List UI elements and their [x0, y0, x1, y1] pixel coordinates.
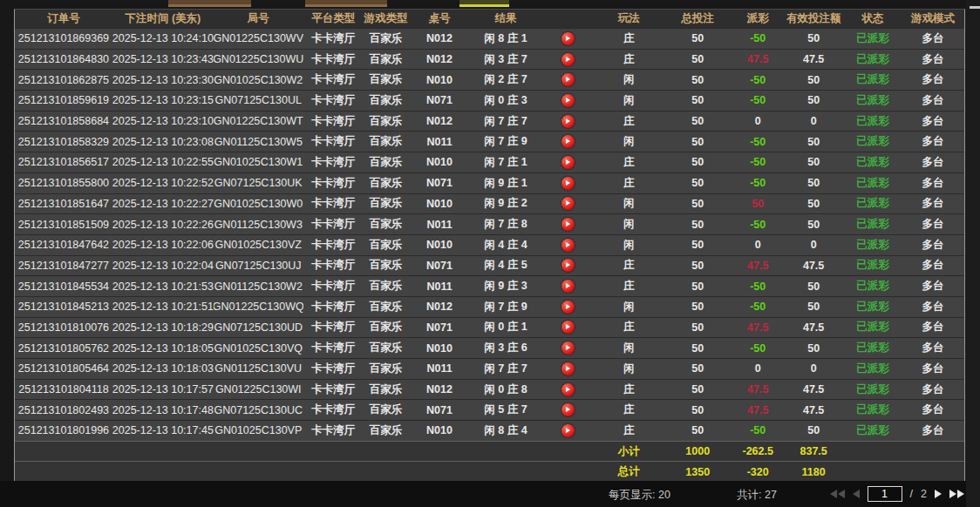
play-video-icon[interactable]	[561, 362, 575, 375]
cell-round-id: GN01225C130WI	[214, 380, 303, 400]
cell-replay	[541, 214, 595, 234]
cell-round-id: GN01225C130WU	[214, 50, 303, 70]
cell-game-mode: 多台	[902, 318, 964, 338]
col-header-game-mode: 游戏模式	[902, 10, 964, 28]
first-page-button[interactable]	[830, 490, 845, 498]
play-video-icon[interactable]	[561, 94, 575, 107]
cell-replay	[541, 318, 595, 338]
cell-status: 已派彩	[844, 70, 902, 90]
cell-game-mode: 多台	[902, 276, 964, 296]
cell-bet-time: 2025-12-13 10:22:26	[112, 214, 214, 234]
cell-play-type: 闲	[595, 235, 663, 255]
cell-game-type: 百家乐	[364, 70, 409, 90]
cell-payout: -50	[732, 421, 783, 441]
cell-game-mode: 多台	[902, 256, 964, 276]
play-video-icon[interactable]	[561, 115, 575, 128]
cell-valid-bet: 47.5	[783, 50, 844, 70]
cell-play-type: 庄	[595, 276, 663, 296]
last-page-button[interactable]	[949, 490, 964, 498]
cell-play-type: 庄	[595, 29, 663, 49]
cell-order-id: 251213101847277	[15, 256, 112, 276]
cell-payout: -50	[732, 173, 783, 193]
cell-result: 闲 4 庄 5	[471, 256, 541, 276]
cell-payout: 47.5	[732, 318, 783, 338]
subtotal-row: 小计 1000 -262.5 837.5	[15, 441, 964, 462]
col-header-order-id: 订单号	[15, 10, 112, 28]
play-video-icon[interactable]	[561, 301, 575, 314]
cell-replay	[541, 50, 595, 70]
play-video-icon[interactable]	[561, 424, 575, 437]
play-video-icon[interactable]	[561, 239, 575, 252]
cell-bet-time: 2025-12-13 10:18:29	[112, 318, 214, 338]
table-row: 251213101805762 2025-12-13 10:18:05 GN01…	[15, 337, 964, 358]
cell-payout: 0	[732, 112, 783, 132]
play-video-icon[interactable]	[561, 197, 575, 210]
next-page-button[interactable]	[935, 490, 942, 498]
cell-play-type: 闲	[595, 91, 663, 111]
cell-play-type: 闲	[595, 70, 663, 90]
cell-replay	[541, 152, 595, 172]
cell-order-id: 251213101804118	[15, 380, 112, 400]
cell-status: 已派彩	[844, 112, 902, 132]
cell-result: 闲 7 庄 9	[471, 297, 541, 317]
cell-bet-time: 2025-12-13 10:22:06	[112, 235, 214, 255]
play-video-icon[interactable]	[561, 403, 575, 416]
cutoff-button-2[interactable]	[305, 0, 387, 7]
play-video-icon[interactable]	[561, 383, 575, 396]
table-row: 251213101856517 2025-12-13 10:22:55 GN01…	[15, 152, 964, 172]
cell-game-type: 百家乐	[364, 256, 409, 276]
right-edge-strip	[966, 0, 980, 507]
play-video-icon[interactable]	[561, 321, 575, 334]
play-video-icon[interactable]	[561, 73, 575, 86]
play-video-icon[interactable]	[561, 341, 575, 355]
cell-replay	[541, 132, 595, 152]
play-video-icon[interactable]	[561, 259, 575, 272]
cell-game-type: 百家乐	[364, 173, 409, 193]
prev-page-button[interactable]	[853, 490, 860, 498]
play-video-icon[interactable]	[561, 280, 575, 293]
cell-play-type: 闲	[595, 194, 663, 214]
cell-total-bet: 50	[663, 112, 732, 132]
cell-play-type: 庄	[595, 173, 663, 193]
cell-play-type: 闲	[595, 338, 663, 358]
cell-order-id: 251213101859619	[15, 91, 112, 111]
cell-table-no: N071	[409, 318, 471, 338]
cell-payout: 47.5	[732, 380, 783, 400]
cell-game-mode: 多台	[902, 338, 964, 358]
cell-valid-bet: 0	[783, 112, 844, 132]
table-row: 251213101845534 2025-12-13 10:21:53 GN01…	[15, 275, 964, 296]
cell-game-mode: 多台	[902, 112, 964, 132]
play-video-icon[interactable]	[561, 135, 575, 148]
cutoff-button-1[interactable]	[168, 0, 251, 7]
cell-status: 已派彩	[844, 194, 902, 214]
cell-order-id: 251213101858684	[15, 112, 112, 132]
cell-valid-bet: 50	[783, 297, 844, 317]
cell-status: 已派彩	[844, 256, 902, 276]
cell-game-mode: 多台	[902, 29, 964, 49]
page-input[interactable]	[868, 486, 902, 502]
cell-valid-bet: 0	[783, 359, 844, 379]
cell-platform: 卡卡湾厅	[303, 380, 364, 400]
cell-table-no: N010	[409, 194, 471, 214]
cell-bet-time: 2025-12-13 10:21:53	[112, 276, 214, 296]
cutoff-button-active[interactable]	[459, 0, 509, 7]
cell-result: 闲 0 庄 8	[471, 380, 541, 400]
cell-play-type: 庄	[595, 112, 663, 132]
play-video-icon[interactable]	[561, 32, 575, 45]
cell-play-type: 庄	[595, 400, 663, 420]
cell-replay	[541, 112, 595, 132]
table-row: 251213101869369 2025-12-13 10:24:10 GN01…	[15, 28, 964, 49]
cell-order-id: 251213101855800	[15, 173, 112, 193]
cell-game-mode: 多台	[902, 359, 964, 379]
play-video-icon[interactable]	[561, 218, 575, 231]
cell-table-no: N010	[409, 152, 471, 172]
cell-valid-bet: 47.5	[783, 400, 844, 420]
play-video-icon[interactable]	[561, 53, 575, 66]
cell-platform: 卡卡湾厅	[303, 421, 364, 441]
play-video-icon[interactable]	[561, 156, 575, 169]
total-pages-label: 2	[921, 488, 927, 500]
cell-play-type: 庄	[595, 421, 663, 441]
cell-bet-time: 2025-12-13 10:17:48	[112, 400, 214, 420]
cell-order-id: 251213101845534	[15, 276, 112, 296]
play-video-icon[interactable]	[561, 177, 575, 190]
